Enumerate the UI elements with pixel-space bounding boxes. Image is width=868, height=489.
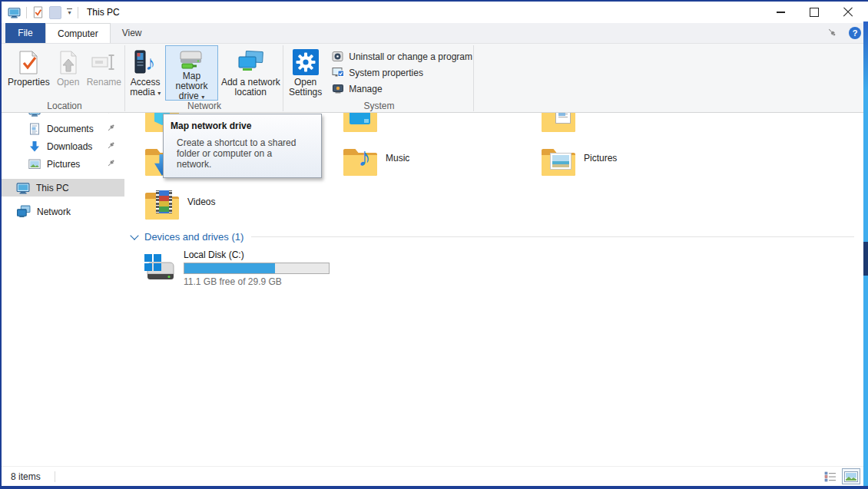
music-note-icon: ♪ [145, 53, 155, 73]
uninstall-program-button[interactable]: Uninstall or change a program [332, 49, 472, 64]
ribbon-group-network: ♪ Access media ▾ Map network [127, 44, 282, 112]
qat-properties-button[interactable] [32, 6, 44, 18]
map-network-drive-icon [177, 47, 206, 71]
folder-label: Videos [187, 197, 215, 230]
minimize-button[interactable] [764, 2, 797, 23]
chevron-down-icon[interactable] [130, 231, 138, 240]
folder-documents-icon [541, 113, 576, 134]
folder-music-icon: ♪ [343, 143, 378, 178]
item-count: 8 items [11, 471, 41, 482]
sidebar-item-this-pc[interactable]: This PC [0, 179, 124, 197]
settings-gear-icon [293, 47, 319, 78]
help-button[interactable]: ? [849, 27, 861, 39]
chevron-down-icon: ▾ [68, 10, 71, 16]
pin-icon [107, 141, 115, 152]
ribbon-group-system: Open Settings Uninstall or change a prog… [286, 44, 472, 112]
properties-icon [17, 47, 40, 78]
desktop-icon [28, 113, 41, 117]
hard-drive-icon [142, 249, 177, 286]
close-button[interactable] [831, 2, 865, 23]
folder-videos-icon [144, 187, 180, 222]
rename-button[interactable]: Rename [85, 45, 123, 101]
pin-icon [107, 113, 115, 114]
quick-access-toolbar: ▾ This PC [0, 6, 120, 19]
open-settings-button[interactable]: Open Settings [286, 45, 325, 101]
window-controls [764, 2, 865, 23]
details-view-button[interactable] [821, 468, 840, 484]
folder-label: Music [386, 153, 409, 187]
pin-icon [107, 159, 115, 170]
folder-label: Pictures [584, 153, 617, 187]
tooltip-title: Map network drive [171, 121, 314, 131]
pictures-icon [28, 159, 41, 170]
properties-button[interactable]: Properties [6, 45, 51, 101]
divider [55, 471, 55, 482]
add-network-location-icon [236, 47, 265, 78]
sidebar-item-documents[interactable]: Documents [0, 120, 124, 137]
pin-ribbon-button[interactable] [827, 28, 837, 39]
access-media-button[interactable]: ♪ Access media ▾ [127, 45, 164, 101]
qat-new-folder-button[interactable] [49, 6, 61, 19]
drive-name: Local Disk (C:) [184, 249, 330, 260]
sidebar-item-desktop-partial[interactable] [0, 113, 124, 120]
system-properties-icon [332, 67, 344, 78]
folder-tile-videos[interactable]: Videos [144, 187, 343, 230]
details-view-icon [824, 471, 837, 482]
window-border [0, 486, 868, 489]
drive-caption: 11.1 GB free of 29.9 GB [184, 276, 330, 287]
folder-pictures-icon [541, 143, 576, 178]
divider [251, 236, 854, 237]
group-label-system: System [286, 101, 472, 111]
folder-tile-pictures[interactable]: Pictures [541, 143, 739, 187]
add-network-location-button[interactable]: Add a network location [220, 45, 282, 101]
navigation-pane: Documents Downloads Pictures This PC Net… [0, 113, 124, 467]
scrollbar[interactable] [863, 21, 868, 486]
minimize-icon [777, 12, 785, 13]
maximize-button[interactable] [797, 2, 831, 23]
status-bar: 8 items [0, 466, 868, 486]
this-pc-icon [8, 6, 21, 19]
body: Documents Downloads Pictures This PC Net… [0, 113, 868, 467]
close-icon [843, 7, 853, 18]
divider [26, 7, 27, 18]
map-network-drive-button[interactable]: Map network drive ▾ [165, 45, 217, 101]
scrollbar-thumb[interactable] [863, 242, 868, 276]
rename-icon [91, 47, 117, 78]
access-media-icon: ♪ [133, 47, 157, 78]
tab-computer[interactable]: Computer [45, 23, 111, 43]
tab-file[interactable]: File [5, 23, 45, 43]
maximize-icon [810, 8, 819, 17]
uninstall-icon [332, 51, 344, 62]
pin-icon [107, 124, 115, 134]
thumbnail-view-icon [844, 471, 858, 482]
sidebar-item-downloads[interactable]: Downloads [0, 137, 124, 155]
this-pc-icon [16, 181, 30, 195]
music-note-icon: ♪ [358, 144, 371, 170]
downloads-icon [28, 140, 41, 153]
thumbnail-view-button[interactable] [842, 468, 860, 484]
folder-tile-desktop[interactable] [343, 113, 541, 143]
qat-customize-dropdown[interactable]: ▾ [67, 8, 72, 17]
sidebar-item-pictures[interactable]: Pictures [0, 155, 124, 173]
folder-tile-documents[interactable] [541, 113, 739, 143]
manage-button[interactable]: Manage [332, 81, 382, 96]
folder-tile-music[interactable]: ♪ Music [343, 143, 541, 187]
drive-usage-bar [184, 263, 330, 274]
folder-desktop-icon [343, 113, 378, 134]
open-icon [57, 47, 80, 78]
ribbon: Properties Open [0, 44, 868, 113]
ribbon-group-location: Properties Open [6, 44, 123, 112]
ribbon-tabs: File Computer View ? [0, 23, 868, 44]
pin-icon [827, 28, 837, 37]
sidebar-item-network[interactable]: Network [0, 203, 124, 220]
network-icon [16, 205, 31, 218]
drive-local-disk[interactable]: Local Disk (C:) 11.1 GB free of 29.9 GB [142, 249, 863, 287]
manage-icon [332, 83, 344, 94]
documents-icon [28, 123, 41, 135]
tab-view[interactable]: View [111, 23, 154, 43]
open-button[interactable]: Open [53, 45, 84, 101]
chevron-down-icon: ▾ [157, 90, 161, 97]
system-properties-button[interactable]: System properties [332, 65, 423, 80]
titlebar[interactable]: ▾ This PC [0, 2, 868, 23]
divider [78, 7, 78, 18]
